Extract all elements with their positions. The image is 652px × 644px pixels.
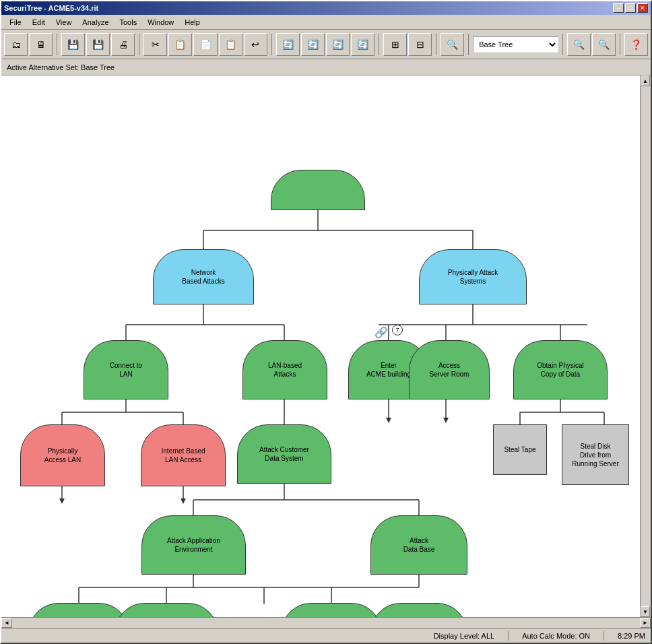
node-physical-attack[interactable]: Physically Attack Systems xyxy=(419,249,527,304)
main-content: Network Based Attacks Physically Attack … xyxy=(1,75,651,617)
toolbar-sep-6 xyxy=(468,34,469,55)
menu-window[interactable]: Window xyxy=(142,17,179,28)
toolbar-print[interactable]: 🖨 xyxy=(111,33,135,56)
maximize-button[interactable]: □ xyxy=(625,3,636,13)
canvas-area[interactable]: Network Based Attacks Physically Attack … xyxy=(1,75,640,617)
toolbar-zoom-out[interactable]: 🔍 xyxy=(592,33,616,56)
scroll-track xyxy=(641,86,651,606)
toolbar-btn-5[interactable]: 🔄 xyxy=(326,33,350,56)
menu-view[interactable]: View xyxy=(51,17,77,28)
toolbar-find[interactable]: 🔍 xyxy=(441,33,464,56)
menu-file[interactable]: File xyxy=(4,17,27,28)
window-controls: − □ ✕ xyxy=(613,3,648,13)
toolbar-paste[interactable]: 📄 xyxy=(193,33,217,56)
toolbar-copy[interactable]: 📋 xyxy=(168,33,192,56)
node-network-attacks[interactable]: Network Based Attacks xyxy=(153,249,254,304)
menu-analyze[interactable]: Analyze xyxy=(77,17,114,28)
minimize-button[interactable]: − xyxy=(613,3,624,13)
node-obtain-physical[interactable]: Obtain Physical Copy of Data xyxy=(513,340,608,399)
node-steal-disk[interactable]: Steal Disk Drive from Running Server xyxy=(562,424,629,485)
badge-7: 7 xyxy=(392,325,403,335)
node-account-based[interactable]: Account Based Attacks xyxy=(281,603,382,617)
svg-marker-46 xyxy=(59,498,65,504)
svg-marker-50 xyxy=(386,418,391,423)
tree-diagram: Network Based Attacks Physically Attack … xyxy=(1,75,640,617)
toolbar-sep-3 xyxy=(271,34,272,55)
toolbar-cut[interactable]: ✂ xyxy=(143,33,167,56)
close-button[interactable]: ✕ xyxy=(637,3,648,13)
clock: 8:29 PM xyxy=(618,632,645,640)
toolbar-sep-7 xyxy=(562,34,563,55)
toolbar-paste2[interactable]: 📋 xyxy=(219,33,242,56)
node-attack-app-env[interactable]: Attack Application Environment xyxy=(141,515,246,575)
toolbar-btn-3[interactable]: 🔄 xyxy=(276,33,300,56)
toolbar-grid1[interactable]: ⊞ xyxy=(383,33,407,56)
scroll-down-button[interactable]: ▼ xyxy=(641,606,650,617)
node-attack-app-os[interactable]: Attack Application's OS xyxy=(28,603,129,617)
title-bar: SecuriTree - ACME5-v34.rit − □ ✕ xyxy=(1,1,651,15)
alternative-set-dropdown[interactable]: Base Tree xyxy=(473,36,558,53)
toolbar-sep-8 xyxy=(620,34,620,55)
toolbar-help[interactable]: ❓ xyxy=(624,33,648,56)
menu-edit[interactable]: Edit xyxy=(27,17,51,28)
vertical-scrollbar[interactable]: ▲ ▼ xyxy=(640,75,651,617)
toolbar-sep-1 xyxy=(57,34,57,55)
toolbar-undo[interactable]: ↩ xyxy=(244,33,267,56)
statusbar-sep-2 xyxy=(604,631,604,641)
svg-marker-52 xyxy=(443,418,449,423)
node-internet-lan[interactable]: Internet Based LAN Access xyxy=(141,424,226,486)
toolbar-sep-5 xyxy=(436,34,436,55)
toolbar-btn-2[interactable]: 🖥 xyxy=(29,33,53,56)
node-phys-access-lan[interactable]: Physically Access LAN xyxy=(20,424,105,486)
toolbar-save[interactable]: 💾 xyxy=(61,33,85,56)
main-window: SecuriTree - ACME5-v34.rit − □ ✕ File Ed… xyxy=(0,0,652,644)
menu-help[interactable]: Help xyxy=(179,17,205,28)
toolbar-btn-1[interactable]: 🗂 xyxy=(4,33,28,56)
calc-mode: Auto Calc Mode: ON xyxy=(522,632,590,640)
horizontal-scrollbar[interactable]: ◄ ► xyxy=(1,617,651,628)
node-attack-app-code[interactable]: Attack Application Code xyxy=(115,603,218,617)
link-icon: 🔗 xyxy=(374,326,388,339)
scroll-up-button[interactable]: ▲ xyxy=(641,75,650,86)
alt-set-label: Active Alternative Set: Base Tree xyxy=(7,63,115,71)
display-level: Display Level: ALL xyxy=(434,632,495,640)
toolbar-zoom-in[interactable]: 🔍 xyxy=(567,33,591,56)
node-access-server[interactable]: Access Server Room xyxy=(409,340,490,399)
window-title: SecuriTree - ACME5-v34.rit xyxy=(4,4,98,12)
node-steal-tape[interactable]: Steal Tape xyxy=(493,424,547,475)
toolbar: 🗂 🖥 💾 💾 🖨 ✂ 📋 📄 📋 ↩ 🔄 🔄 🔄 🔄 ⊞ ⊟ 🔍 Base T… xyxy=(1,30,651,59)
menu-bar: File Edit View Analyze Tools Window Help xyxy=(1,15,651,30)
node-root[interactable] xyxy=(271,170,365,210)
statusbar-sep-1 xyxy=(508,631,509,641)
menu-tools[interactable]: Tools xyxy=(115,17,143,28)
node-attack-database[interactable]: Attack Data Base xyxy=(370,515,467,575)
toolbar-grid2[interactable]: ⊟ xyxy=(408,33,432,56)
node-attack-customer[interactable]: Attack Customer Data System xyxy=(237,424,331,484)
status-bar: Display Level: ALL Auto Calc Mode: ON 8:… xyxy=(1,628,651,643)
toolbar-sep-4 xyxy=(379,34,379,55)
node-connect-lan[interactable]: Connect to LAN xyxy=(84,340,168,399)
toolbar-btn-4[interactable]: 🔄 xyxy=(301,33,325,56)
toolbar-sep-2 xyxy=(139,34,139,55)
alt-set-bar: Active Alternative Set: Base Tree xyxy=(1,59,651,75)
node-lan-based[interactable]: LAN-based Attacks xyxy=(242,340,327,399)
toolbar-save2[interactable]: 💾 xyxy=(86,33,110,56)
node-compromise-oracle[interactable]: L(CI): Compromise Oracle xyxy=(370,603,467,617)
scroll-left-button[interactable]: ◄ xyxy=(1,618,12,628)
toolbar-btn-6[interactable]: 🔄 xyxy=(351,33,374,56)
svg-marker-48 xyxy=(181,498,186,504)
scroll-right-button[interactable]: ► xyxy=(640,618,651,628)
